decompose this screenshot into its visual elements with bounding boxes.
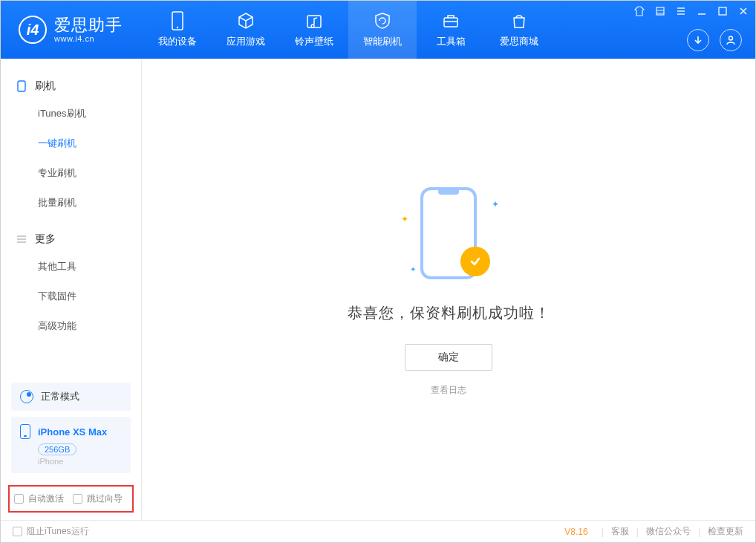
mode-panel[interactable]: 正常模式: [11, 383, 131, 411]
maximize-icon[interactable]: [717, 5, 729, 17]
sidebar-item-download-firmware[interactable]: 下载固件: [1, 282, 141, 311]
sparkle-icon: ✦: [492, 199, 499, 209]
svg-point-6: [729, 36, 733, 40]
list-icon[interactable]: [675, 5, 687, 17]
app-logo-icon: i4: [19, 16, 47, 44]
device-name: iPhone XS Max: [38, 426, 107, 438]
app-title: 爱思助手: [54, 16, 123, 34]
skip-wizard-label: 跳过向导: [87, 492, 123, 505]
title-bar: i4 爱思助手 www.i4.cn 我的设备 应用游戏 铃声壁纸 智能刷机 工具…: [1, 1, 755, 59]
tab-toolbox[interactable]: 工具箱: [417, 1, 485, 59]
mode-icon: [20, 390, 33, 403]
checkbox-icon: [13, 527, 22, 536]
tab-label: 铃声壁纸: [295, 35, 333, 48]
block-itunes-label: 阻止iTunes运行: [27, 525, 89, 538]
refresh-shield-icon: [373, 11, 392, 30]
tab-label: 我的设备: [158, 35, 197, 48]
footer-link-support[interactable]: 客服: [611, 525, 629, 538]
svg-rect-7: [18, 81, 25, 91]
sparkle-icon: ✦: [401, 214, 408, 224]
auto-activate-label: 自动激活: [28, 492, 64, 505]
sidebar-item-itunes-flash[interactable]: iTunes刷机: [1, 99, 141, 129]
footer-link-wechat[interactable]: 微信公众号: [646, 525, 691, 538]
tab-label: 智能刷机: [363, 35, 402, 48]
sidebar: 刷机 iTunes刷机 一键刷机 专业刷机 批量刷机 更多 其他工具 下载固件 …: [1, 59, 142, 520]
auto-activate-checkbox[interactable]: 自动激活: [14, 492, 64, 505]
main-tabs: 我的设备 应用游戏 铃声壁纸 智能刷机 工具箱 爱思商城: [143, 1, 553, 59]
window-controls: [633, 5, 749, 17]
skip-wizard-checkbox[interactable]: 跳过向导: [73, 492, 123, 505]
device-panel[interactable]: iPhone XS Max 256GB iPhone: [11, 417, 131, 473]
version-label: V8.16: [564, 527, 587, 537]
success-illustration: ✦ ✦ ✦: [397, 183, 501, 287]
success-message: 恭喜您，保资料刷机成功啦！: [348, 303, 550, 323]
checkbox-icon: [73, 494, 82, 504]
tab-flash[interactable]: 智能刷机: [348, 1, 417, 59]
tab-ringtones[interactable]: 铃声壁纸: [280, 1, 348, 59]
ok-button[interactable]: 确定: [405, 344, 492, 371]
logo: i4 爱思助手 www.i4.cn: [1, 16, 137, 44]
bottom-options-highlight: 自动激活 跳过向导: [8, 485, 134, 513]
device-type: iPhone: [38, 457, 122, 466]
sidebar-group-title: 更多: [35, 233, 56, 246]
header-right-actions: [687, 29, 742, 51]
sidebar-group-more: 更多 其他工具 下载固件 高级功能: [1, 222, 141, 345]
sidebar-item-oneclick-flash[interactable]: 一键刷机: [1, 129, 141, 158]
user-button[interactable]: [720, 29, 742, 51]
tab-my-device[interactable]: 我的设备: [143, 1, 212, 59]
tab-label: 爱思商城: [500, 35, 538, 48]
footer-link-update[interactable]: 检查更新: [708, 525, 743, 538]
sidebar-group-title: 刷机: [35, 79, 56, 93]
hamburger-icon: [16, 233, 27, 245]
app-subtitle: www.i4.cn: [54, 34, 123, 43]
main-content: ✦ ✦ ✦ 恭喜您，保资料刷机成功啦！ 确定 查看日志: [142, 59, 755, 520]
skin-icon[interactable]: [633, 5, 645, 17]
cube-icon: [236, 11, 255, 30]
sidebar-item-pro-flash[interactable]: 专业刷机: [1, 158, 141, 188]
sidebar-item-other-tools[interactable]: 其他工具: [1, 252, 141, 282]
mode-label: 正常模式: [41, 390, 79, 403]
block-itunes-checkbox[interactable]: 阻止iTunes运行: [13, 525, 89, 538]
tab-store[interactable]: 爱思商城: [485, 1, 553, 59]
music-folder-icon: [304, 11, 324, 30]
device-icon: [16, 80, 27, 92]
close-icon[interactable]: [737, 5, 749, 17]
status-bar: 阻止iTunes运行 V8.16 | 客服 | 微信公众号 | 检查更新: [1, 520, 755, 542]
checkbox-icon: [14, 494, 24, 504]
minimize-icon[interactable]: [696, 5, 708, 17]
sidebar-item-advanced[interactable]: 高级功能: [1, 311, 141, 341]
menu-icon[interactable]: [654, 5, 666, 17]
phone-icon: [20, 424, 30, 439]
sparkle-icon: ✦: [410, 265, 416, 273]
tab-apps[interactable]: 应用游戏: [212, 1, 280, 59]
download-button[interactable]: [687, 29, 709, 51]
tab-label: 工具箱: [437, 35, 466, 48]
toolbox-icon: [441, 11, 460, 30]
check-badge-icon: [460, 247, 490, 276]
svg-point-1: [177, 27, 178, 28]
sidebar-group-flash: 刷机 iTunes刷机 一键刷机 专业刷机 批量刷机: [1, 69, 141, 222]
tab-label: 应用游戏: [227, 35, 265, 48]
phone-icon: [168, 11, 187, 30]
device-capacity: 256GB: [38, 443, 76, 455]
bag-icon: [509, 11, 529, 30]
sidebar-item-batch-flash[interactable]: 批量刷机: [1, 188, 141, 218]
view-log-link[interactable]: 查看日志: [431, 384, 466, 397]
svg-rect-3: [444, 18, 457, 27]
svg-rect-5: [719, 7, 726, 15]
